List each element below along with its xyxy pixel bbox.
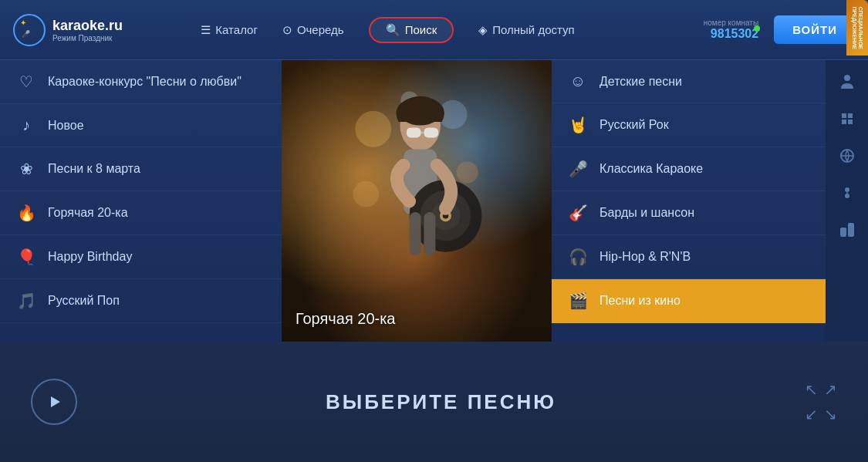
play-button[interactable] — [31, 379, 77, 425]
sidebar-label-march8: Песни к 8 марта — [48, 162, 140, 176]
arrow-tl[interactable]: ↖ — [805, 380, 818, 399]
svg-point-25 — [846, 192, 848, 194]
sidebar-item-karaoke-contest[interactable]: ♡ Караоке-конкурс "Песни о любви" — [0, 60, 282, 104]
right-label-cinema: Песни из кино — [599, 294, 681, 308]
logo-text: karaoke.ru Режим Праздник — [52, 18, 123, 42]
right-item-classic[interactable]: 🎤 Классика Караоке — [552, 147, 826, 191]
far-icon-4[interactable] — [832, 177, 863, 208]
nav-catalog[interactable]: ☰ Каталог — [201, 23, 258, 37]
right-item-kids[interactable]: ☺ Детские песни — [552, 60, 826, 103]
expand-arrows: ↖ ↗ ↙ ↘ — [805, 380, 837, 423]
sidebar-label-karaoke-contest: Караоке-конкурс "Песни о любви" — [48, 75, 241, 89]
center-label: Горячая 20-ка — [296, 310, 396, 328]
left-sidebar: ♡ Караоке-конкурс "Песни о любви" ♪ Ново… — [0, 60, 282, 342]
far-right-icons — [826, 60, 868, 342]
search-label: Поиск — [405, 23, 437, 36]
far-icon-3[interactable] — [832, 140, 863, 171]
bottom-bar: ВЫБЕРИТЕ ПЕСНЮ ↖ ↗ ↙ ↘ — [0, 342, 868, 462]
header: ✦ 🎤 karaoke.ru Режим Праздник ☰ Каталог … — [0, 0, 868, 60]
svg-marker-28 — [51, 396, 60, 407]
right-icon-hiphop: 🎧 — [567, 248, 589, 266]
queue-icon: ⊙ — [282, 23, 292, 37]
sidebar-icon-karaoke-contest: ♡ — [15, 73, 37, 91]
sidebar-item-new[interactable]: ♪ Новое — [0, 104, 282, 147]
right-icon-cinema: 🎬 — [567, 292, 589, 310]
sidebar-icon-new: ♪ — [15, 116, 37, 134]
room-number-block: номер комнаты 9815302 — [704, 19, 758, 41]
right-label-bards: Барды и шансон — [599, 206, 694, 220]
svg-point-23 — [845, 187, 849, 192]
nav-search[interactable]: 🔍 Поиск — [369, 17, 454, 43]
svg-rect-16 — [407, 127, 421, 137]
room-number: 9815302 — [711, 27, 758, 40]
logo-area: ✦ 🎤 karaoke.ru Режим Праздник — [12, 13, 136, 47]
svg-rect-27 — [848, 223, 854, 237]
special-badge: СПЕЦИАЛЬНОЕПРЕДЛОЖЕНИЕ — [846, 0, 868, 56]
main-content: ♡ Караоке-конкурс "Песни о любви" ♪ Ново… — [0, 60, 868, 342]
sidebar-label-hot20: Горячая 20-ка — [48, 206, 128, 220]
right-label-classic: Классика Караоке — [599, 162, 703, 176]
special-text: СПЕЦИАЛЬНОЕПРЕДЛОЖЕНИЕ — [851, 6, 864, 49]
svg-point-6 — [353, 180, 380, 207]
header-right: номер комнаты 9815302 ВОЙТИ — [640, 15, 856, 44]
right-label-rock: Русский Рок — [599, 118, 669, 132]
right-icon-bards: 🎸 — [567, 204, 589, 222]
right-label-kids: Детские песни — [599, 75, 682, 89]
svg-point-21 — [844, 75, 850, 81]
svg-rect-26 — [840, 228, 846, 237]
full-access-label: Полный доступ — [492, 23, 574, 36]
catalog-label: Каталог — [215, 23, 258, 36]
svg-point-24 — [845, 194, 849, 198]
sidebar-icon-march8: ❀ — [15, 160, 37, 178]
arrow-tr[interactable]: ↗ — [824, 380, 837, 399]
sidebar-item-birthday[interactable]: 🎈 Happy Birthday — [0, 235, 282, 279]
right-icon-rock: 🤘 — [567, 116, 589, 134]
far-icon-1[interactable] — [832, 66, 863, 97]
sidebar-icon-birthday: 🎈 — [15, 248, 37, 266]
right-item-hiphop[interactable]: 🎧 Hip-Hop & R'N'B — [552, 235, 826, 279]
full-access-icon: ◈ — [478, 23, 488, 37]
room-num-wrap: 9815302 — [711, 27, 758, 41]
arrow-br[interactable]: ↘ — [824, 405, 837, 423]
nav-queue[interactable]: ⊙ Очередь — [282, 23, 344, 37]
sidebar-label-russian-pop: Русский Поп — [48, 294, 120, 308]
sidebar-label-new: Новое — [48, 119, 84, 133]
sidebar-icon-hot20: 🔥 — [15, 204, 37, 222]
right-item-rock[interactable]: 🤘 Русский Рок — [552, 103, 826, 147]
right-icon-kids: ☺ — [567, 73, 589, 90]
nav-full-access[interactable]: ◈ Полный доступ — [478, 23, 574, 37]
bottom-title: ВЫБЕРИТЕ ПЕСНЮ — [77, 390, 805, 414]
right-icon-classic: 🎤 — [567, 160, 589, 178]
svg-text:✦: ✦ — [20, 19, 26, 27]
sidebar-item-hot20[interactable]: 🔥 Горячая 20-ка — [0, 191, 282, 235]
sidebar-item-march8[interactable]: ❀ Песни к 8 марта — [0, 147, 282, 191]
sidebar-label-birthday: Happy Birthday — [48, 250, 132, 264]
arrow-bl[interactable]: ↙ — [805, 405, 818, 423]
far-icon-2[interactable] — [832, 103, 863, 134]
nav-items: ☰ Каталог ⊙ Очередь 🔍 Поиск ◈ Полный дос… — [136, 17, 640, 43]
right-item-cinema[interactable]: 🎬 Песни из кино — [552, 279, 826, 323]
svg-text:🎤: 🎤 — [22, 29, 31, 39]
far-icon-5[interactable] — [832, 214, 863, 245]
right-item-bards[interactable]: 🎸 Барды и шансон — [552, 191, 826, 235]
svg-point-3 — [355, 110, 391, 147]
logo-subtitle: Режим Праздник — [52, 34, 123, 42]
right-menu: ☺ Детские песни 🤘 Русский Рок 🎤 Классика… — [552, 60, 826, 342]
sidebar-icon-russian-pop: 🎵 — [15, 292, 37, 310]
logo-title: karaoke.ru — [52, 18, 123, 34]
logo-icon: ✦ 🎤 — [12, 13, 46, 47]
search-icon: 🔍 — [386, 23, 400, 37]
center-figure — [282, 60, 552, 342]
room-label: номер комнаты — [704, 19, 758, 27]
queue-label: Очередь — [297, 23, 344, 36]
center-image: Горячая 20-ка — [282, 60, 552, 342]
svg-rect-19 — [410, 212, 421, 255]
sidebar-item-russian-pop[interactable]: 🎵 Русский Поп — [0, 279, 282, 323]
svg-point-5 — [457, 161, 478, 183]
svg-rect-20 — [424, 212, 435, 255]
login-button[interactable]: ВОЙТИ — [774, 15, 856, 44]
svg-rect-17 — [424, 127, 438, 137]
catalog-icon: ☰ — [201, 23, 211, 37]
notification-dot — [754, 25, 760, 32]
right-label-hiphop: Hip-Hop & R'N'B — [599, 250, 691, 264]
